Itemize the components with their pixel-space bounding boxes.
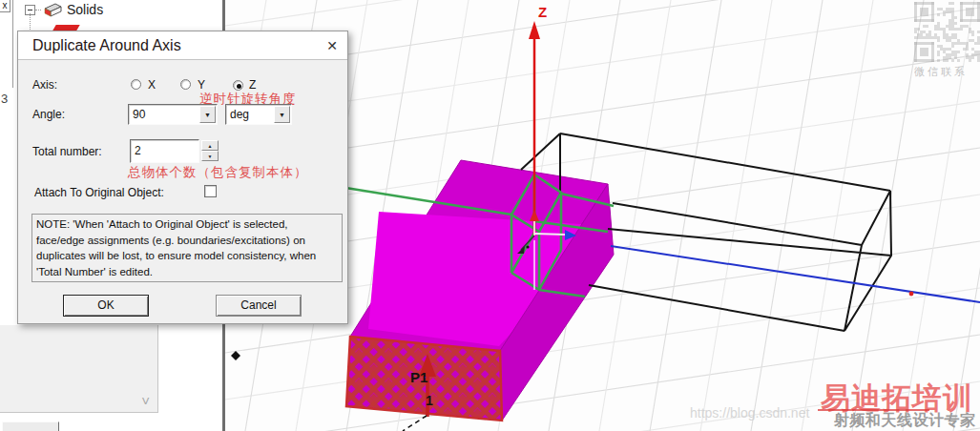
axis-radio-x-label[interactable]: X — [148, 78, 156, 92]
axis-radio-z[interactable] — [233, 80, 243, 91]
angle-unit-value: deg — [230, 108, 249, 121]
panel-close-button[interactable]: x — [0, 0, 10, 12]
unit-dropdown-icon[interactable]: ▼ — [274, 106, 290, 123]
spin-up-icon[interactable]: ▲ — [201, 140, 219, 151]
z-axis-label: Z — [538, 4, 547, 20]
properties-panel: ˅ — [0, 325, 158, 413]
port-name-label: P1 — [410, 369, 427, 385]
total-number-input[interactable]: 2 — [130, 139, 199, 163]
qr-code-watermark: 微信联系 — [914, 2, 980, 82]
spin-down-icon[interactable]: ▼ — [201, 151, 219, 161]
ok-button[interactable]: OK — [63, 295, 149, 317]
axis-label: Axis: — [32, 78, 57, 92]
note-text: NOTE: 'When 'Attach to Original Object' … — [31, 214, 343, 282]
chevron-down-icon[interactable]: ˅ — [141, 397, 150, 406]
close-icon[interactable]: ✕ — [326, 31, 338, 60]
total-number-label: Total number: — [32, 145, 102, 158]
duplicate-around-axis-dialog: Duplicate Around Axis ✕ Axis: X Y Z 逆时针旋… — [17, 31, 348, 324]
total-number-value: 2 — [135, 144, 141, 157]
angle-value: 90 — [133, 108, 145, 121]
vertex-marker — [909, 292, 914, 297]
diamond-marker — [231, 351, 240, 360]
cancel-button[interactable]: Cancel — [216, 295, 302, 317]
axis-radio-x[interactable] — [131, 79, 141, 90]
angle-label: Angle: — [32, 108, 65, 121]
angle-combobox[interactable]: 90 ▼ — [128, 104, 218, 125]
tree-item-label: Solids — [67, 2, 103, 17]
panel-divider — [12, 0, 13, 88]
attach-checkbox[interactable] — [204, 185, 217, 197]
dialog-titlebar[interactable]: Duplicate Around Axis ✕ — [18, 31, 347, 60]
solid-box-icon — [43, 3, 63, 17]
tree-item-solids[interactable]: Solids — [25, 1, 103, 18]
app-window: x 3 Solids ˅ — [0, 0, 980, 431]
bottom-partial-button[interactable] — [2, 421, 59, 431]
dialog-title: Duplicate Around Axis — [32, 31, 181, 60]
tree-connector — [35, 10, 41, 10]
axis-radio-y-label[interactable]: Y — [198, 78, 205, 92]
attach-label: Attach To Original Object: — [34, 186, 164, 199]
brand-subtitle: 射频和天线设计专家 — [834, 411, 976, 431]
axis-radio-y[interactable] — [180, 79, 191, 90]
port-number-label: 1 — [426, 393, 433, 408]
qr-caption: 微信联系 — [914, 65, 980, 79]
total-annotation: 总物体个数（包含复制本体） — [128, 164, 308, 181]
angle-unit-combobox[interactable]: deg ▼ — [225, 104, 292, 125]
angle-dropdown-icon[interactable]: ▼ — [199, 106, 216, 123]
axis-radio-z-label[interactable]: Z — [249, 78, 256, 92]
tree-branch-line — [30, 13, 31, 30]
blue-axis-line — [611, 246, 980, 302]
row-index-label: 3 — [1, 92, 8, 106]
url-watermark: https://blog.csdn.net — [690, 405, 809, 421]
total-number-spinner: ▲ ▼ — [201, 140, 219, 162]
